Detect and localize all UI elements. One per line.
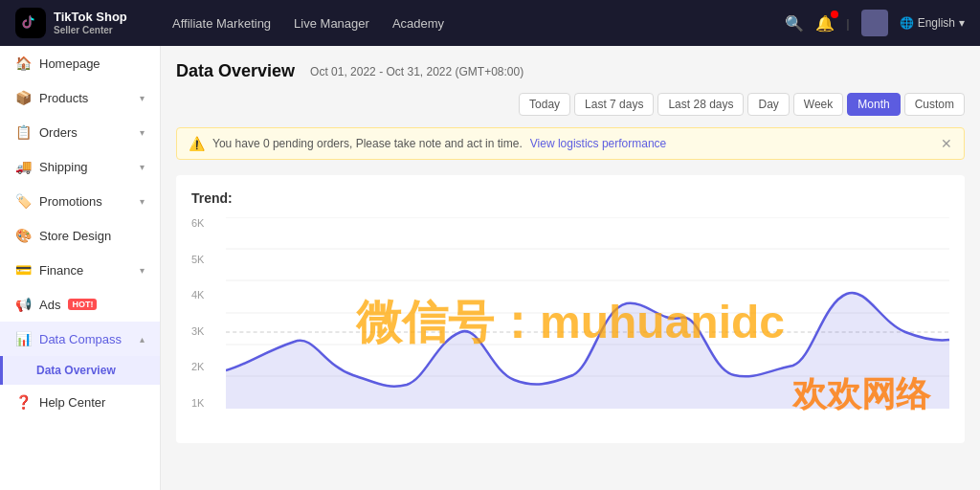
y-label-5k: 5K xyxy=(191,254,204,265)
alert-link[interactable]: View logistics performance xyxy=(530,137,667,150)
page-title: Data Overview xyxy=(176,61,295,81)
nav-affiliate-marketing[interactable]: Affiliate Marketing xyxy=(172,12,271,34)
notification-badge xyxy=(831,11,838,18)
sidebar-label-shipping: Shipping xyxy=(39,160,88,174)
logo[interactable]: TikTok Shop Seller Center xyxy=(15,8,149,38)
top-nav: TikTok Shop Seller Center Affiliate Mark… xyxy=(0,0,980,46)
hot-badge: HOT! xyxy=(68,299,97,310)
nav-academy[interactable]: Academy xyxy=(392,12,444,34)
chart-svg xyxy=(226,217,949,409)
filter-buttons: Today Last 7 days Last 28 days Day Week … xyxy=(519,93,965,116)
filter-last7[interactable]: Last 7 days xyxy=(574,93,654,116)
sidebar-item-products[interactable]: 📦 Products ▾ xyxy=(0,80,160,115)
logo-text: TikTok Shop Seller Center xyxy=(54,11,127,34)
sidebar-item-promotions[interactable]: 🏷️ Promotions ▾ xyxy=(0,184,160,218)
chevron-data-compass: ▴ xyxy=(140,334,145,345)
chevron-promotions: ▾ xyxy=(140,196,145,207)
notification-icon[interactable]: 🔔 xyxy=(815,14,835,33)
products-icon: 📦 xyxy=(15,90,32,105)
nav-links: Affiliate Marketing Live Manager Academy xyxy=(172,12,762,34)
alert-close-button[interactable]: ✕ xyxy=(941,136,952,151)
filter-week[interactable]: Week xyxy=(793,93,843,116)
sidebar: 🏠 Homepage 📦 Products ▾ 📋 Orders ▾ 🚚 Shi… xyxy=(0,46,161,490)
filter-last28[interactable]: Last 28 days xyxy=(657,93,744,116)
alert-message: You have 0 pending orders, Please take n… xyxy=(212,137,523,150)
main-layout: 🏠 Homepage 📦 Products ▾ 📋 Orders ▾ 🚚 Shi… xyxy=(0,46,980,490)
language-selector[interactable]: 🌐 English ▾ xyxy=(900,16,965,30)
filter-custom[interactable]: Custom xyxy=(904,93,965,116)
ads-icon: 📢 xyxy=(15,297,32,312)
lang-label: English xyxy=(918,16,955,30)
sidebar-item-shipping[interactable]: 🚚 Shipping ▾ xyxy=(0,149,160,184)
sidebar-label-store-design: Store Design xyxy=(39,229,111,243)
sidebar-item-homepage[interactable]: 🏠 Homepage xyxy=(0,46,160,80)
sidebar-item-orders[interactable]: 📋 Orders ▾ xyxy=(0,115,160,149)
sidebar-label-orders: Orders xyxy=(39,125,78,140)
logo-line1: TikTok Shop xyxy=(54,11,127,24)
nav-right: 🔍 🔔 | 🌐 English ▾ xyxy=(785,10,965,36)
y-label-2k: 2K xyxy=(191,361,204,372)
sidebar-label-products: Products xyxy=(39,91,88,105)
globe-icon: 🌐 xyxy=(900,16,914,30)
chevron-orders: ▾ xyxy=(140,127,145,138)
sidebar-sub-item-data-overview[interactable]: Data Overview xyxy=(0,356,160,385)
orders-icon: 📋 xyxy=(15,124,32,140)
filter-today[interactable]: Today xyxy=(519,93,570,116)
chevron-finance: ▾ xyxy=(140,265,145,276)
y-label-3k: 3K xyxy=(191,325,204,337)
filter-month[interactable]: Month xyxy=(847,93,900,116)
sidebar-item-store-design[interactable]: 🎨 Store Design xyxy=(0,218,160,253)
alert-banner: ⚠️ You have 0 pending orders, Please tak… xyxy=(176,127,965,160)
sidebar-item-ads[interactable]: 📢 Ads HOT! xyxy=(0,287,160,322)
avatar[interactable] xyxy=(861,10,888,36)
home-icon: 🏠 xyxy=(15,56,32,71)
sidebar-label-help-center: Help Center xyxy=(39,395,105,410)
date-range: Oct 01, 2022 - Oct 31, 2022 (GMT+08:00) xyxy=(310,65,523,78)
chevron-down-icon: ▾ xyxy=(959,16,965,30)
y-axis-labels: 6K 5K 4K 3K 2K 1K xyxy=(191,217,204,428)
main-content: Data Overview Oct 01, 2022 - Oct 31, 202… xyxy=(161,46,980,490)
y-label-6k: 6K xyxy=(191,217,204,229)
chart-area: 6K 5K 4K 3K 2K 1K xyxy=(191,217,949,428)
sidebar-sub-label-data-overview: Data Overview xyxy=(36,364,116,377)
y-label-4k: 4K xyxy=(191,289,204,301)
sidebar-item-finance[interactable]: 💳 Finance ▾ xyxy=(0,253,160,287)
promotions-icon: 🏷️ xyxy=(15,193,32,209)
nav-live-manager[interactable]: Live Manager xyxy=(294,12,369,34)
shipping-icon: 🚚 xyxy=(15,159,32,174)
chevron-products: ▾ xyxy=(140,93,145,103)
chevron-shipping: ▾ xyxy=(140,162,145,172)
sidebar-item-help-center[interactable]: ❓ Help Center xyxy=(0,385,160,419)
chart-inner xyxy=(226,217,949,409)
content-header: Data Overview Oct 01, 2022 - Oct 31, 202… xyxy=(176,61,965,116)
sidebar-label-promotions: Promotions xyxy=(39,194,102,209)
sidebar-label-finance: Finance xyxy=(39,263,83,278)
chart-container: Trend: 6K 5K 4K 3K 2K 1K xyxy=(176,175,965,443)
separator: | xyxy=(846,16,849,31)
logo-line2: Seller Center xyxy=(54,25,127,35)
store-design-icon: 🎨 xyxy=(15,228,32,243)
sidebar-label-ads: Ads xyxy=(39,298,60,312)
search-icon[interactable]: 🔍 xyxy=(785,14,804,33)
sidebar-label-data-compass: Data Compass xyxy=(39,332,122,346)
filter-day[interactable]: Day xyxy=(747,93,789,116)
warning-icon: ⚠️ xyxy=(189,136,205,151)
logo-icon xyxy=(15,8,46,38)
sidebar-label-homepage: Homepage xyxy=(39,56,100,71)
help-icon: ❓ xyxy=(15,394,32,410)
y-label-1k: 1K xyxy=(191,397,204,409)
sidebar-item-data-compass[interactable]: 📊 Data Compass ▴ xyxy=(0,322,160,356)
finance-icon: 💳 xyxy=(15,262,32,278)
chart-title: Trend: xyxy=(191,190,949,206)
data-compass-icon: 📊 xyxy=(15,331,32,346)
